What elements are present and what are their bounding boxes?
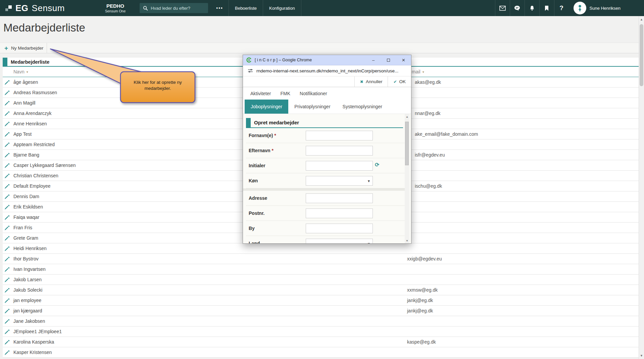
tab-privatoplysninger[interactable]: Privatoplysninger (288, 100, 336, 114)
popup-title-bar[interactable]: [ i n C o r p ] – Google Chrome – ✕ (243, 55, 411, 65)
tab-joboplysninger[interactable]: Joboplysninger (245, 100, 288, 114)
page-scrollbar[interactable]: ▲ ▼ (639, 16, 644, 359)
edit-pencil-icon[interactable] (4, 287, 10, 293)
employee-name: Andreas Rasmussen (13, 87, 57, 98)
notifications-button[interactable] (525, 0, 539, 16)
edit-pencil-icon[interactable] (4, 142, 10, 147)
edit-pencil-icon[interactable] (4, 194, 10, 199)
cancel-x-icon: ✖ (360, 79, 363, 84)
employee-email: xxmsw@eg.dk (407, 285, 438, 295)
nav-item-konfiguration[interactable]: Konfiguration (263, 0, 301, 16)
table-row[interactable]: Ivan Ingvartsen (3, 264, 639, 275)
edit-pencil-icon[interactable] (4, 131, 10, 137)
edit-pencil-icon[interactable] (4, 329, 10, 335)
edit-pencil-icon[interactable] (4, 183, 10, 189)
column-header-navn[interactable]: Navn▾ (13, 67, 28, 77)
edit-pencil-icon[interactable] (4, 298, 10, 303)
table-row[interactable]: Ihor Bystrovxxigb@egdev.eu (3, 254, 639, 264)
table-row[interactable]: jan employeejankj@eg.dk (3, 295, 639, 306)
mail-button[interactable] (495, 0, 510, 16)
employee-email: kaspe@eg.dk (407, 337, 436, 347)
section-title: Medarbejderliste (11, 58, 49, 67)
table-row[interactable]: Jane Jakobsen (3, 316, 639, 326)
edit-pencil-icon[interactable] (4, 308, 10, 314)
edit-pencil-icon[interactable] (4, 246, 10, 251)
scroll-up-icon[interactable]: ▲ (639, 18, 644, 21)
table-row[interactable]: Karolina Kasperskakaspe@eg.dk (3, 337, 639, 347)
edit-pencil-icon[interactable] (4, 121, 10, 127)
edit-pencil-icon[interactable] (4, 90, 10, 96)
køn-select[interactable]: ▾ (306, 176, 373, 186)
fornavn-e--field[interactable] (306, 131, 373, 140)
top-navigation: Beboerliste Konfiguration (229, 0, 301, 16)
eg-sensum-logo[interactable]: EG Sensum (5, 3, 65, 13)
table-row[interactable]: Heidi Henriksen (3, 243, 639, 254)
employee-email: ake_email@fake_domain.com (415, 129, 478, 139)
ok-check-icon: ✔ (393, 79, 397, 84)
edit-pencil-icon[interactable] (4, 111, 10, 116)
field-label: Adresse (249, 191, 267, 206)
table-row[interactable]: Jakub Soleckixxmsw@eg.dk (3, 285, 639, 295)
efternavn-field[interactable] (306, 146, 373, 156)
logo-product-text: Sensum (32, 3, 65, 13)
tab-fmk[interactable]: FMK (280, 91, 290, 96)
edit-pencil-icon[interactable] (4, 215, 10, 220)
edit-pencil-icon[interactable] (4, 350, 10, 355)
initialer-field[interactable] (306, 161, 373, 171)
search-input[interactable] (151, 6, 204, 11)
bookmarks-button[interactable] (539, 0, 554, 16)
adresse-field[interactable] (306, 193, 373, 203)
edit-pencil-icon[interactable] (4, 100, 10, 106)
ok-button[interactable]: ✔ OK (388, 76, 411, 87)
scroll-up-icon[interactable]: ▲ (405, 115, 409, 118)
edit-pencil-icon[interactable] (4, 318, 10, 324)
sort-caret-icon: ▾ (27, 67, 28, 77)
edit-pencil-icon[interactable] (4, 152, 10, 158)
edit-pencil-icon[interactable] (4, 79, 10, 85)
refresh-icon[interactable]: ⟳ (375, 162, 379, 168)
table-row[interactable]: jan kjærgaardjankj@eg.dk (3, 306, 639, 316)
maximize-button[interactable] (381, 55, 396, 65)
cancel-button[interactable]: ✖ Annuller (354, 76, 388, 87)
scroll-down-icon[interactable]: ▼ (405, 239, 409, 242)
edit-pencil-icon[interactable] (4, 266, 10, 272)
user-name[interactable]: Sune Henriksen (590, 6, 621, 11)
popup-scrollbar-thumb[interactable] (405, 122, 409, 165)
application-window: EG Sensum PEDHO Sensum One ••• Beboerlis… (0, 0, 644, 359)
table-row[interactable]: Kasper Kristensen (3, 347, 639, 358)
help-button[interactable]: ? (554, 0, 569, 16)
address-bar[interactable]: rndemo-internal-next.sensum.dk/rndemo_in… (243, 65, 411, 76)
user-avatar[interactable] (574, 2, 586, 14)
edit-pencil-icon[interactable] (4, 173, 10, 179)
tab-notifikationer[interactable]: Notifikationer (300, 91, 327, 96)
tab-aktiviteter[interactable]: Aktiviteter (250, 91, 271, 96)
edit-pencil-icon[interactable] (4, 256, 10, 262)
table-row[interactable]: Jakob Larsen (3, 275, 639, 285)
scroll-down-icon[interactable]: ▼ (639, 354, 644, 357)
nav-item-beboerliste[interactable]: Beboerliste (229, 0, 263, 16)
popup-sub-tabs: Joboplysninger Privatoplysninger Systemo… (243, 100, 411, 114)
edit-pencil-icon[interactable] (4, 225, 10, 231)
edit-pencil-icon[interactable] (4, 204, 10, 210)
new-employee-button[interactable]: + Ny Medarbejder (0, 43, 47, 53)
chat-button[interactable] (510, 0, 525, 16)
more-menu-button[interactable]: ••• (214, 3, 225, 13)
table-row[interactable]: JEmploee1 JEmploee1 (3, 326, 639, 337)
close-button[interactable]: ✕ (396, 55, 411, 65)
envelope-icon (499, 6, 506, 11)
by-field[interactable] (306, 224, 373, 233)
land-select[interactable]: ▾ (306, 239, 373, 243)
edit-pencil-icon[interactable] (4, 163, 10, 168)
edit-pencil-icon[interactable] (4, 235, 10, 241)
organisation-selector[interactable]: PEDHO Sensum One (105, 3, 126, 13)
page-scrollbar-thumb[interactable] (640, 24, 643, 86)
edit-pencil-icon[interactable] (4, 339, 10, 345)
tab-systemoplysninger[interactable]: Systemoplysninger (337, 100, 388, 114)
employee-name: Default Employee (13, 181, 51, 191)
edit-pencil-icon[interactable] (4, 277, 10, 283)
global-search[interactable] (140, 3, 208, 13)
topbar-icon-cluster: ? Sune Henriksen (495, 0, 644, 16)
minimize-button[interactable]: – (366, 55, 381, 65)
popup-scrollbar[interactable]: ▲ ▼ (405, 114, 409, 243)
postnr--field[interactable] (306, 208, 373, 218)
